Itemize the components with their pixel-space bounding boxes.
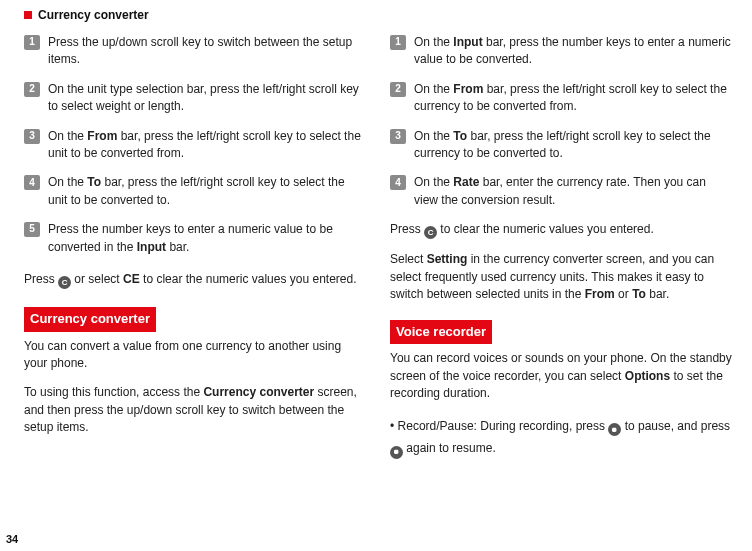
text-run: On the <box>414 82 453 96</box>
text-bold: Options <box>625 369 670 383</box>
section-paragraph: You can record voices or sounds on your … <box>390 350 732 402</box>
step-item: 1 Press the up/down scroll key to switch… <box>24 34 366 69</box>
text-bold: From <box>87 129 117 143</box>
columns: 1 Press the up/down scroll key to switch… <box>24 34 732 472</box>
text-run: On the <box>48 175 87 189</box>
record-key-icon: ⏺ <box>608 423 621 436</box>
text-run: bar. <box>646 287 669 301</box>
text-run: to clear the numeric values you entered. <box>140 272 357 286</box>
header-square-icon <box>24 11 32 19</box>
step-number-icon: 4 <box>24 175 40 190</box>
text-bold: Input <box>453 35 482 49</box>
page-number: 34 <box>6 533 18 545</box>
step-text: On the Input bar, press the number keys … <box>414 34 732 69</box>
bullet-item: • Record/Pause: During recording, press … <box>390 415 732 461</box>
text-bold: To <box>632 287 646 301</box>
step-text: On the From bar, press the left/right sc… <box>414 81 732 116</box>
text-run: or <box>615 287 632 301</box>
step-item: 2 On the From bar, press the left/right … <box>390 81 732 116</box>
step-number-icon: 5 <box>24 222 40 237</box>
section-paragraph: To using this function, access the Curre… <box>24 384 366 436</box>
text-bold: Rate <box>453 175 479 189</box>
text-run: On the <box>48 129 87 143</box>
record-key-icon: ⏺ <box>390 446 403 459</box>
step-item: 5 Press the number keys to enter a numer… <box>24 221 366 256</box>
text-bold: To <box>453 129 467 143</box>
header-title: Currency converter <box>38 8 149 22</box>
section-heading-voice-recorder: Voice recorder <box>390 320 492 345</box>
setting-paragraph: Select Setting in the currency converter… <box>390 251 732 303</box>
step-number-icon: 4 <box>390 175 406 190</box>
step-item: 4 On the To bar, press the left/right sc… <box>24 174 366 209</box>
step-number-icon: 1 <box>390 35 406 50</box>
text-run: Press the number keys to enter a numeric… <box>48 222 333 253</box>
text-bold: CE <box>123 272 140 286</box>
step-text: On the To bar, press the left/right scro… <box>414 128 732 163</box>
section-heading-currency-converter: Currency converter <box>24 307 156 332</box>
step-item: 3 On the To bar, press the left/right sc… <box>390 128 732 163</box>
step-item: 3 On the From bar, press the left/right … <box>24 128 366 163</box>
step-text: Press the up/down scroll key to switch b… <box>48 34 366 69</box>
step-text: Press the number keys to enter a numeric… <box>48 221 366 256</box>
text-bold: To <box>87 175 101 189</box>
text-run: to pause, and press <box>621 419 730 433</box>
step-number-icon: 2 <box>390 82 406 97</box>
step-text: On the unit type selection bar, press th… <box>48 81 366 116</box>
text-run: On the <box>414 175 453 189</box>
text-bold: Setting <box>427 252 468 266</box>
step-number-icon: 1 <box>24 35 40 50</box>
text-run: To using this function, access the <box>24 385 203 399</box>
step-text: On the From bar, press the left/right sc… <box>48 128 366 163</box>
step-number-icon: 3 <box>390 129 406 144</box>
section-paragraph: You can convert a value from one currenc… <box>24 338 366 373</box>
text-run: On the <box>414 129 453 143</box>
step-item: 1 On the Input bar, press the number key… <box>390 34 732 69</box>
step-item: 2 On the unit type selection bar, press … <box>24 81 366 116</box>
clear-paragraph: Press C or select CE to clear the numeri… <box>24 268 366 291</box>
text-bold: Input <box>137 240 166 254</box>
clear-key-icon: C <box>424 226 437 239</box>
text-run: Select <box>390 252 427 266</box>
step-number-icon: 2 <box>24 82 40 97</box>
text-run: bar. <box>166 240 189 254</box>
text-run: to clear the numeric values you entered. <box>437 222 654 236</box>
text-bold: Currency con­verter <box>203 385 314 399</box>
text-run: On the <box>414 35 453 49</box>
text-run: or select <box>71 272 123 286</box>
clear-paragraph: Press C to clear the numeric values you … <box>390 221 732 239</box>
step-text: On the To bar, press the left/right scro… <box>48 174 366 209</box>
left-column: 1 Press the up/down scroll key to switch… <box>24 34 366 472</box>
text-bold: From <box>453 82 483 96</box>
text-run: Press <box>24 272 58 286</box>
text-bold: From <box>585 287 615 301</box>
text-run: Press <box>390 222 424 236</box>
step-text: On the Rate bar, enter the currency rate… <box>414 174 732 209</box>
step-number-icon: 3 <box>24 129 40 144</box>
page-header: Currency converter <box>24 8 732 22</box>
step-item: 4 On the Rate bar, enter the currency ra… <box>390 174 732 209</box>
clear-key-icon: C <box>58 276 71 289</box>
text-run: • Record/Pause: During recording, press <box>390 419 608 433</box>
text-run: again to resume. <box>403 441 496 455</box>
right-column: 1 On the Input bar, press the number key… <box>390 34 732 472</box>
